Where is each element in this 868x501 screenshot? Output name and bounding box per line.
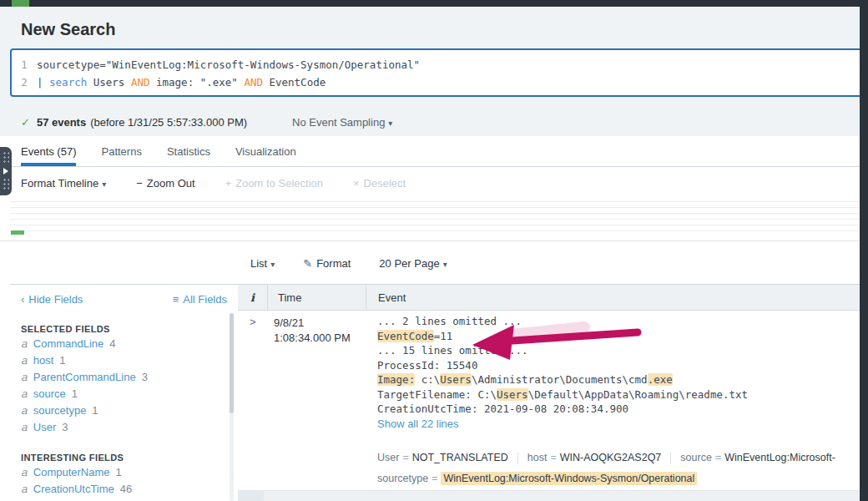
per-page-dropdown[interactable]: 20 Per Page▾ [379, 257, 447, 270]
query-line-1[interactable]: 1 sourcetype="WinEventLog:Microsoft-Wind… [12, 56, 863, 73]
grip-dots-icon [3, 151, 9, 164]
field-item-source[interactable]: asource1 [10, 386, 234, 402]
timeline-chart[interactable] [10, 201, 860, 236]
results-display-toolbar: List▾ ✎Format 20 Per Page▾ [240, 247, 858, 279]
chevron-left-icon: ‹ [21, 293, 24, 306]
list-view-dropdown[interactable]: List▾ [250, 257, 275, 270]
tab-statistics[interactable]: Statistics [167, 136, 210, 166]
query-text-1: sourcetype="WinEventLog:Microsoft-Window… [37, 56, 420, 73]
field-item-User[interactable]: aUser3 [10, 419, 234, 436]
field-type-icon: a [21, 404, 28, 417]
deselect-button: ×Deselect [353, 177, 406, 190]
event-text: c:\ [415, 373, 440, 386]
highlighted-term[interactable]: .exe [648, 373, 673, 386]
results-tabs: Events (57) Patterns Statistics Visualiz… [0, 136, 868, 167]
tab-visualization[interactable]: Visualization [235, 136, 296, 166]
event-text: \Administrator\Documents\cmd [472, 373, 648, 386]
scrollbar-thumb[interactable] [230, 313, 234, 413]
highlighted-term[interactable]: Users [440, 373, 472, 386]
timeline-event-bar[interactable] [11, 230, 24, 235]
event-time: 9/8/21 1:08:34.000 PM [274, 316, 351, 346]
event-line: EventCode=11 [377, 329, 856, 344]
event-sampling-dropdown[interactable]: No Event Sampling▾ [292, 116, 392, 129]
sidebar-expand-handle[interactable] [0, 147, 12, 195]
zoom-to-selection-button: +Zoom to Selection [225, 177, 323, 190]
result-count-bar: ✓ 57 events (before 1/31/25 5:57:33.000 … [0, 109, 868, 136]
field-separator [670, 453, 671, 463]
field-type-icon: a [21, 483, 28, 495]
expand-event-chevron[interactable]: > [250, 316, 256, 328]
field-item-host[interactable]: ahost1 [10, 352, 234, 369]
next-row-info-cell [238, 491, 264, 501]
event-text: CreationUtcTime: 2021-09-08 20:08:34.900 [377, 402, 628, 415]
search-input[interactable]: 1 sourcetype="WinEventLog:Microsoft-Wind… [10, 48, 865, 97]
field-type-icon: a [21, 421, 28, 433]
field-count: 4 [109, 337, 115, 350]
sidebar-scrollbar[interactable] [230, 313, 234, 501]
query-token: | [37, 76, 49, 89]
sidebar-header: ‹Hide Fields ≡All Fields [10, 285, 234, 306]
event-field-pair: User=NOT_TRANSLATED [377, 451, 508, 464]
field-value[interactable]: NOT_TRANSLATED [412, 452, 508, 463]
show-all-lines-link[interactable]: Show all 22 lines [377, 418, 459, 430]
equals-sign: = [712, 452, 724, 463]
splunk-search-page: New Search 1 sourcetype="WinEventLog:Mic… [0, 0, 868, 501]
event-line: TargetFilename: C:\Users\Default\AppData… [377, 387, 856, 402]
format-timeline-dropdown[interactable]: Format Timeline▾ [21, 177, 106, 190]
zoom-out-button[interactable]: −Zoom Out [136, 177, 194, 190]
field-count: 1 [92, 404, 98, 417]
field-name[interactable]: host [33, 354, 54, 367]
field-item-sourcetype[interactable]: asourcetype1 [10, 402, 234, 419]
events-table-header: i Time Event [238, 285, 860, 311]
hide-fields-link[interactable]: ‹Hide Fields [21, 293, 83, 306]
field-name[interactable]: sourcetype [33, 404, 87, 417]
divider [0, 240, 868, 241]
event-clock: 1:08:34.000 PM [274, 331, 351, 346]
field-value[interactable]: WIN-AOQKG2AS2Q7 [560, 452, 662, 463]
highlighted-term[interactable]: Image: [377, 373, 415, 386]
format-button[interactable]: ✎Format [303, 257, 351, 270]
event-fields-line-2: sourcetype=WinEventLog:Microsoft-Windows… [377, 472, 860, 485]
event-line: ProcessId: 15540 [377, 358, 856, 373]
all-fields-link[interactable]: ≡All Fields [173, 293, 227, 306]
field-value[interactable]: WinEventLog:Microsoft- [724, 452, 835, 463]
query-token: AND [244, 76, 263, 89]
field-type-icon: a [21, 466, 28, 478]
field-item-ComputerName[interactable]: aComputerName1 [10, 464, 234, 481]
field-value[interactable]: WinEventLog:Microsoft-Windows-Sysmon/Ope… [441, 472, 697, 485]
caret-down-icon: ▾ [388, 119, 392, 128]
browser-top-edge [0, 0, 868, 7]
field-separator [517, 453, 518, 463]
query-line-2[interactable]: 2 | search Users AND image: ".exe" AND E… [12, 73, 863, 91]
timeline-toolbar: Format Timeline▾ −Zoom Out +Zoom to Sele… [0, 167, 868, 199]
query-token: image: ".exe" [149, 76, 244, 89]
highlighted-term[interactable]: Users [497, 388, 528, 401]
field-key: host [527, 452, 548, 463]
field-name[interactable]: ComputerName [33, 466, 110, 478]
field-name[interactable]: User [33, 421, 56, 433]
caret-down-icon: ▾ [270, 260, 275, 269]
event-field-pair: host=WIN-AOQKG2AS2Q7 [527, 451, 662, 464]
tab-events[interactable]: Events (57) [21, 136, 76, 166]
field-item-CommandLine[interactable]: aCommandLine4 [10, 336, 234, 352]
event-line: ... 15 lines omitted ... [377, 343, 856, 358]
field-name[interactable]: ParentCommandLine [33, 371, 136, 383]
event-count-qualifier: (before 1/31/25 5:57:33.000 PM) [90, 116, 247, 129]
field-key: User [377, 452, 399, 463]
field-item-CreationUtcTime[interactable]: aCreationUtcTime46 [10, 481, 234, 498]
plus-icon: + [225, 177, 232, 190]
next-row-strip [238, 491, 860, 501]
column-header-info: i [238, 291, 267, 304]
highlighted-term[interactable]: EventCode [377, 330, 434, 342]
line-number: 1 [12, 56, 37, 73]
field-name[interactable]: source [33, 387, 66, 400]
field-name[interactable]: CommandLine [33, 337, 104, 350]
field-name[interactable]: CreationUtcTime [33, 483, 114, 495]
selected-fields-list: aCommandLine4ahost1aParentCommandLine3as… [10, 336, 234, 436]
column-header-time: Time [267, 285, 366, 310]
event-text: ... 15 lines omitted ... [377, 344, 528, 357]
field-item-ParentCommandLine[interactable]: aParentCommandLine3 [10, 369, 234, 386]
tab-patterns[interactable]: Patterns [101, 136, 141, 166]
field-count: 3 [142, 371, 148, 383]
event-fields-line-1: User=NOT_TRANSLATEDhost=WIN-AOQKG2AS2Q7s… [377, 451, 860, 464]
